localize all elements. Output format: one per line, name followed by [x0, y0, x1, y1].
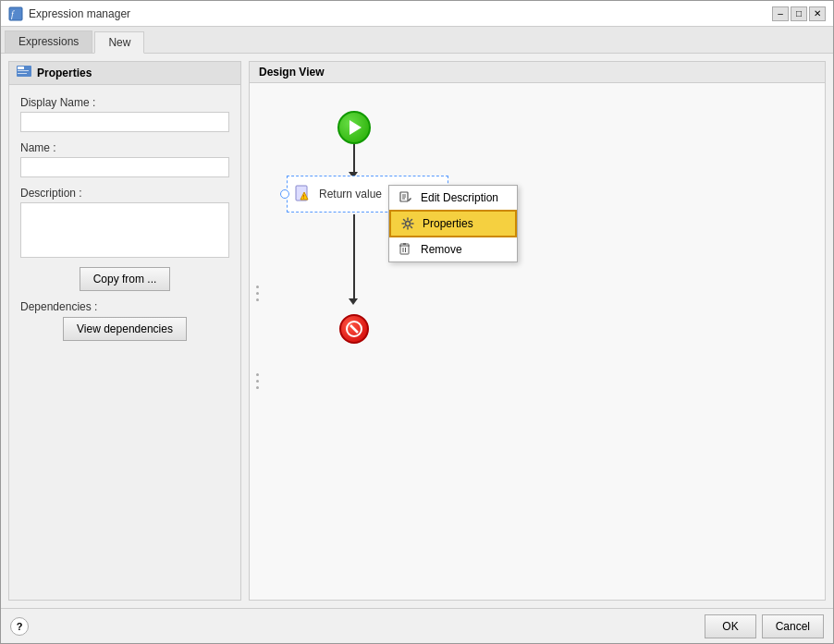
close-button[interactable]: ✕ [809, 6, 826, 21]
description-field: Description : [20, 187, 229, 258]
stop-icon [345, 320, 363, 338]
svg-rect-4 [18, 70, 29, 71]
ok-button[interactable]: OK [705, 614, 755, 638]
properties-menu-label: Properties [423, 217, 473, 230]
right-panel: Design View ! [249, 61, 826, 601]
title-bar: f Expression manager – □ ✕ [1, 1, 833, 27]
dependencies-group: Dependencies : View dependencies [20, 300, 229, 341]
name-input[interactable] [20, 157, 229, 177]
context-menu-properties[interactable]: Properties [389, 210, 517, 237]
help-button[interactable]: ? [10, 617, 29, 636]
left-handle-2 [253, 367, 261, 395]
arrow-down-2 [349, 298, 358, 305]
title-controls: – □ ✕ [772, 6, 826, 21]
edit-description-label: Edit Description [421, 191, 498, 204]
tab-bar: Expressions New [1, 27, 833, 54]
expression-manager-window: f Expression manager – □ ✕ Expressions N… [0, 0, 834, 644]
panel-body: Display Name : Name : Description : Copy… [9, 85, 240, 352]
copy-from-button[interactable]: Copy from ... [80, 267, 171, 291]
design-canvas[interactable]: ! Return value [250, 83, 825, 600]
app-icon: f [8, 6, 23, 21]
copy-from-container: Copy from ... [20, 267, 229, 291]
start-node [337, 111, 371, 144]
tab-expressions[interactable]: Expressions [5, 30, 92, 53]
cancel-button[interactable]: Cancel [762, 614, 824, 638]
left-handle-1 [253, 279, 261, 307]
return-value-label: Return value [319, 188, 382, 200]
svg-point-13 [406, 222, 411, 226]
description-textarea[interactable] [20, 202, 229, 258]
context-menu: Edit Description Properties [388, 185, 518, 262]
return-value-icon: ! [295, 185, 313, 203]
bottom-bar: ? OK Cancel [1, 608, 833, 643]
svg-text:!: ! [303, 194, 305, 200]
connector-line-1 [353, 144, 355, 176]
remove-icon [399, 242, 413, 257]
svg-rect-5 [18, 73, 27, 74]
stop-node [339, 314, 369, 344]
view-dependencies-button[interactable]: View dependencies [63, 317, 187, 341]
bottom-buttons: OK Cancel [705, 614, 824, 638]
tab-new[interactable]: New [94, 31, 144, 54]
properties-header: Properties [9, 62, 240, 85]
maximize-button[interactable]: □ [791, 6, 807, 21]
minimize-button[interactable]: – [772, 6, 789, 21]
properties-label: Properties [37, 67, 92, 79]
title-bar-left: f Expression manager [8, 6, 130, 21]
dependencies-label: Dependencies : [20, 300, 229, 313]
display-name-label: Display Name : [20, 96, 229, 109]
main-content: Properties Display Name : Name : Descrip… [1, 54, 833, 608]
connector-line-2 [353, 214, 355, 302]
name-label: Name : [20, 141, 229, 154]
gear-icon [400, 216, 415, 231]
design-view-header: Design View [250, 62, 825, 83]
edit-icon [399, 190, 413, 205]
remove-label: Remove [421, 243, 462, 256]
properties-icon [17, 66, 31, 80]
display-name-input[interactable] [20, 112, 229, 132]
svg-line-20 [350, 325, 358, 333]
play-icon [350, 120, 362, 135]
description-label: Description : [20, 187, 229, 200]
context-menu-remove[interactable]: Remove [389, 237, 517, 261]
window-title: Expression manager [29, 7, 130, 20]
left-panel: Properties Display Name : Name : Descrip… [8, 61, 241, 601]
display-name-field: Display Name : [20, 96, 229, 132]
name-field: Name : [20, 141, 229, 177]
context-menu-edit-description[interactable]: Edit Description [389, 186, 517, 210]
svg-rect-3 [18, 67, 24, 69]
